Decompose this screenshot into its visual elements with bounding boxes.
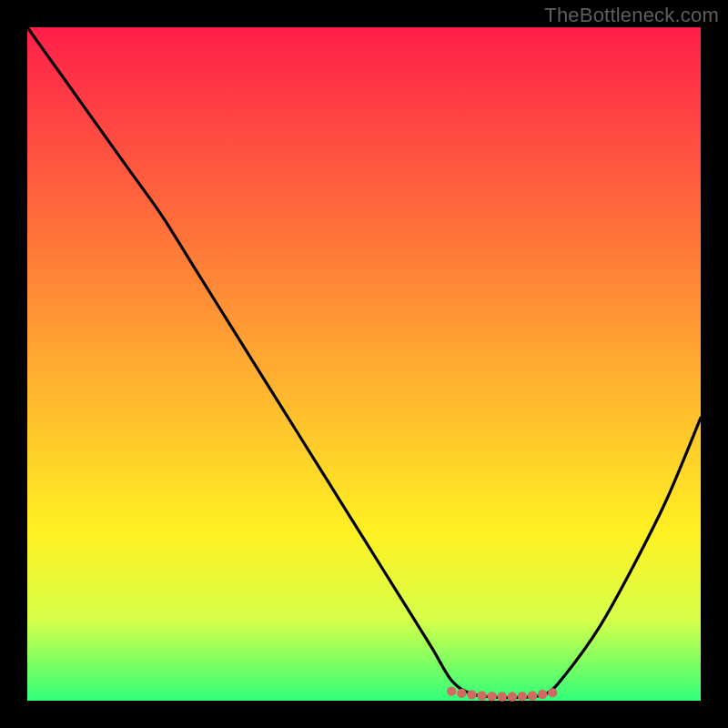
chart-frame: TheBottleneck.com	[0, 0, 728, 728]
marker-dot	[477, 691, 486, 700]
marker-dot	[508, 692, 517, 701]
marker-dot	[538, 690, 547, 699]
marker-dot	[457, 689, 466, 698]
marker-dot	[528, 691, 537, 700]
marker-dot	[487, 692, 496, 701]
marker-dot	[548, 688, 557, 697]
marker-dot	[467, 690, 476, 699]
marker-dot	[447, 686, 456, 695]
marker-dot	[518, 692, 527, 701]
marker-dot	[498, 692, 507, 701]
bottleneck-chart	[0, 0, 728, 728]
watermark-text: TheBottleneck.com	[544, 4, 719, 27]
chart-background	[27, 27, 701, 701]
